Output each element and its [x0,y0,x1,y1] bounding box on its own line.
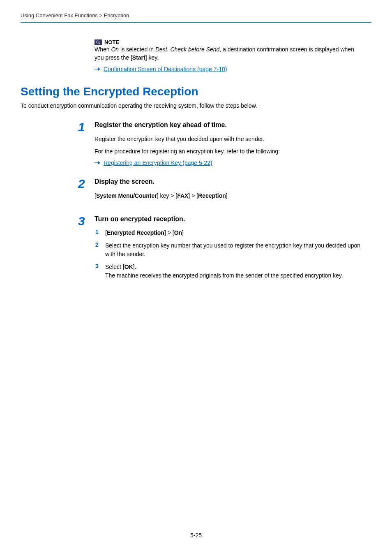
sub-step-2: 2 Select the encryption key number that … [95,241,371,259]
sub-step-1: 1 [Encrypted Reception] > [On] [95,229,371,237]
sub-step-3-text: Select [OK]. The machine receives the en… [105,263,371,280]
sub-number: 2 [95,241,101,248]
sub-step-2-text: Select the encryption key number that yo… [105,241,371,259]
step-number: 1 [78,121,88,132]
note-body: When On is selected in Dest. Check befor… [95,45,355,62]
step-1-line2: For the procedure for registering an enc… [95,147,371,156]
sub-step-3: 3 Select [OK]. The machine receives the … [95,263,371,280]
step-3-title: Turn on encrypted reception. [95,215,371,223]
step-2-title: Display the screen. [95,178,371,185]
link-registering-key[interactable]: Registering an Encryption Key (page 5-22… [104,160,212,166]
step-number: 3 [78,215,88,227]
svg-marker-3 [98,67,100,71]
step-1: 1 Register the encryption key ahead of t… [78,121,371,167]
intro-text: To conduct encryption communication oper… [21,102,371,109]
svg-marker-5 [98,161,100,164]
sub-step-1-text: [Encrypted Reception] > [On] [105,229,371,237]
sub-number: 3 [95,263,101,269]
arrow-icon [95,159,100,166]
main-heading: Setting the Encrypted Reception [21,85,371,98]
breadcrumb: Using Convenient Fax Functions > Encrypt… [21,12,371,23]
step-1-title: Register the encryption key ahead of tim… [95,121,371,129]
page-number: 5-25 [0,532,392,539]
link-confirmation-screen[interactable]: Confirmation Screen of Destinations (pag… [104,66,227,72]
step-2: 2 Display the screen. [System Menu/Count… [78,178,371,204]
note-label: NOTE [104,39,119,45]
step-number: 2 [78,178,88,189]
note-icon [95,39,102,45]
note-box: NOTE When On is selected in Dest. Check … [95,39,355,73]
sub-number: 1 [95,229,101,235]
arrow-icon [95,65,100,73]
step-2-path: [System Menu/Counter] key > [FAX] > [Rec… [95,191,371,200]
step-3: 3 Turn on encrypted reception. 1 [Encryp… [78,215,371,284]
step-1-line1: Register the encryption key that you dec… [95,134,371,143]
svg-line-1 [99,43,100,44]
